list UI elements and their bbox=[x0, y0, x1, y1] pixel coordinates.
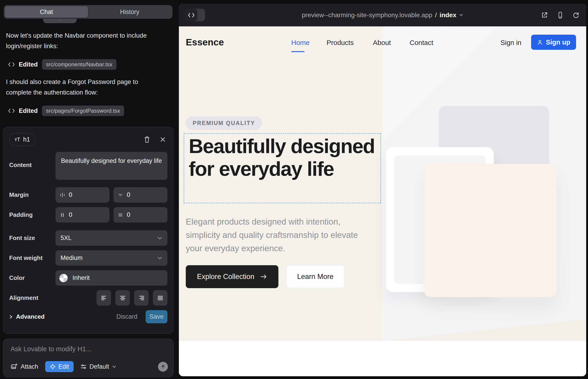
attach-label: Attach bbox=[21, 363, 38, 370]
padding-horizontal-value: 0 bbox=[69, 211, 72, 218]
external-link-icon bbox=[541, 12, 548, 19]
advanced-toggle[interactable]: Advanced bbox=[9, 313, 45, 320]
selected-element-pill[interactable]: h1 bbox=[9, 133, 35, 146]
user-icon bbox=[537, 39, 543, 45]
chat-message: Now let's update the Navbar component to… bbox=[6, 30, 153, 51]
align-left-button[interactable] bbox=[96, 290, 111, 306]
nav-link-about[interactable]: About bbox=[373, 39, 391, 47]
chat-panel: Chat History ·· Now let's update the Nav… bbox=[0, 0, 179, 379]
margin-horizontal-icon bbox=[60, 192, 65, 198]
active-nav-underline bbox=[291, 51, 305, 52]
url-page: index bbox=[440, 12, 456, 19]
site-viewport: Essence Home Products About Contact Sign… bbox=[179, 26, 586, 376]
sign-up-label: Sign up bbox=[546, 39, 570, 46]
hero-heading[interactable]: Beautifully designed for everyday life bbox=[189, 135, 376, 180]
site-navbar: Essence Home Products About Contact Sign… bbox=[179, 34, 586, 52]
composer-input[interactable]: Ask Lovable to modify H1... bbox=[11, 345, 166, 353]
file-edit-row[interactable]: Edited src/components/Navbar.tsx bbox=[8, 59, 117, 70]
align-justify-icon bbox=[157, 296, 163, 300]
color-picker[interactable]: Inherit bbox=[56, 270, 167, 286]
margin-horizontal-input[interactable]: 0 bbox=[56, 187, 109, 203]
file-edit-row[interactable]: Edited src/pages/ForgotPassword.tsx bbox=[8, 106, 124, 116]
delete-element-button[interactable] bbox=[142, 134, 152, 144]
refresh-icon bbox=[573, 12, 579, 19]
nav-link-home[interactable]: Home bbox=[291, 39, 309, 47]
chat-history-tabs: Chat History bbox=[4, 5, 172, 19]
margin-vertical-input[interactable]: 0 bbox=[113, 187, 167, 203]
edit-mode-button[interactable]: Edit bbox=[45, 361, 74, 372]
tab-history[interactable]: History bbox=[88, 6, 171, 18]
mobile-icon bbox=[557, 12, 564, 19]
discard-button[interactable]: Discard bbox=[116, 313, 137, 320]
url-separator: / bbox=[435, 12, 437, 19]
hero-description: Elegant products designed with intention… bbox=[186, 215, 369, 255]
model-selector[interactable]: Default bbox=[80, 363, 116, 370]
align-right-icon bbox=[139, 296, 144, 300]
explore-collection-button[interactable]: Explore Collection bbox=[186, 265, 279, 288]
scrolled-badge-peek: ·· bbox=[43, 19, 77, 23]
element-tag-label: h1 bbox=[23, 136, 30, 143]
color-value: Inherit bbox=[73, 274, 90, 282]
nav-link-products[interactable]: Products bbox=[326, 39, 354, 47]
preview-toolbar: preview--charming-site-symphony.lovable.… bbox=[179, 4, 586, 26]
file-badge[interactable]: src/components/Navbar.tsx bbox=[42, 59, 117, 70]
send-button[interactable] bbox=[158, 362, 168, 372]
arrow-up-icon bbox=[160, 364, 166, 369]
edited-label: Edited bbox=[19, 61, 38, 68]
font-weight-select[interactable]: Medium bbox=[56, 250, 167, 266]
close-icon bbox=[160, 136, 166, 143]
sign-up-button[interactable]: Sign up bbox=[531, 35, 576, 50]
padding-vertical-icon bbox=[118, 212, 123, 218]
padding-horizontal-input[interactable]: 0 bbox=[56, 207, 109, 222]
element-selection-outline[interactable]: Beautifully designed for everyday life bbox=[184, 133, 381, 203]
close-editor-button[interactable] bbox=[158, 135, 167, 144]
site-logo[interactable]: Essence bbox=[186, 37, 224, 48]
margin-horizontal-value: 0 bbox=[69, 191, 72, 198]
preview-panel: preview--charming-site-symphony.lovable.… bbox=[179, 4, 586, 376]
code-icon bbox=[188, 13, 195, 18]
trash-icon bbox=[144, 136, 150, 143]
padding-vertical-input[interactable]: 0 bbox=[113, 207, 167, 222]
edit-label: Edit bbox=[59, 363, 69, 370]
file-badge[interactable]: src/pages/ForgotPassword.tsx bbox=[42, 106, 124, 116]
align-center-button[interactable] bbox=[115, 290, 130, 306]
advanced-label: Advanced bbox=[16, 313, 45, 320]
mobile-view-button[interactable] bbox=[556, 11, 565, 20]
align-right-button[interactable] bbox=[134, 290, 149, 306]
font-size-label: Font size bbox=[9, 235, 56, 242]
chevron-down-icon bbox=[112, 365, 116, 368]
arrow-right-icon bbox=[260, 274, 267, 279]
learn-more-button[interactable]: Learn More bbox=[286, 265, 344, 288]
refresh-button[interactable] bbox=[572, 11, 580, 19]
chevron-right-icon bbox=[9, 314, 13, 319]
save-button[interactable]: Save bbox=[146, 310, 167, 323]
padding-vertical-value: 0 bbox=[127, 211, 130, 218]
sign-in-link[interactable]: Sign in bbox=[500, 39, 522, 47]
margin-vertical-icon bbox=[118, 192, 123, 198]
preview-url[interactable]: preview--charming-site-symphony.lovable.… bbox=[302, 12, 463, 19]
align-left-icon bbox=[101, 296, 107, 300]
padding-horizontal-icon bbox=[60, 212, 65, 218]
tab-chat[interactable]: Chat bbox=[5, 6, 88, 18]
color-label: Color bbox=[9, 274, 56, 282]
align-justify-button[interactable] bbox=[153, 290, 167, 306]
font-size-value: 5XL bbox=[61, 235, 72, 242]
url-host: preview--charming-site-symphony.lovable.… bbox=[302, 12, 432, 19]
edited-label: Edited bbox=[19, 107, 38, 114]
composer: Ask Lovable to modify H1... Attach Edit bbox=[3, 339, 174, 377]
chevron-down-icon bbox=[157, 236, 162, 240]
alignment-label: Alignment bbox=[9, 294, 56, 301]
font-size-select[interactable]: 5XL bbox=[56, 230, 167, 246]
attach-button[interactable]: Attach bbox=[11, 363, 38, 370]
open-in-new-tab-button[interactable] bbox=[540, 11, 549, 20]
code-view-toggle[interactable] bbox=[185, 9, 205, 21]
attach-image-icon bbox=[11, 363, 17, 370]
font-weight-value: Medium bbox=[61, 254, 83, 262]
code-icon bbox=[8, 62, 15, 67]
content-input[interactable]: Beautifully designed for everyday life bbox=[56, 152, 167, 180]
model-label: Default bbox=[90, 363, 109, 370]
chevron-down-icon bbox=[459, 14, 463, 16]
content-label: Content bbox=[9, 152, 56, 169]
padding-label: Padding bbox=[9, 211, 56, 218]
nav-link-contact[interactable]: Contact bbox=[410, 39, 433, 47]
